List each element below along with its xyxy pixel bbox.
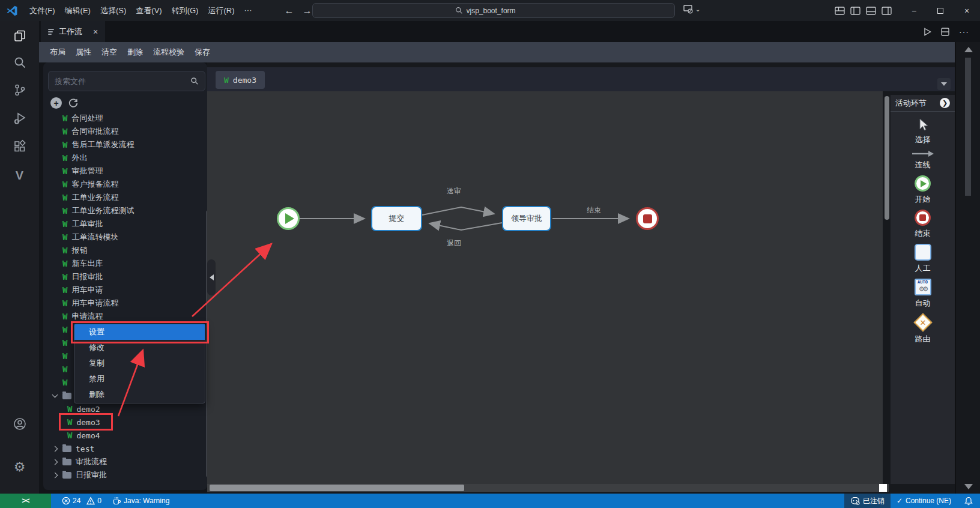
end-node-tool[interactable] [915,210,931,226]
workflow-canvas[interactable]: 提交 领导审批 送审 退回 结束 [207,91,883,484]
toolbar-button[interactable]: 布局 [50,47,65,58]
run-debug-icon[interactable] [0,106,39,131]
toolbar-button[interactable]: 保存 [195,47,210,58]
tree-item[interactable]: W 合同处理 [43,112,207,125]
search-view-icon[interactable] [0,50,39,75]
select-cursor-icon[interactable] [916,118,930,132]
file-search-box[interactable] [48,71,205,91]
command-center-input[interactable] [467,7,533,15]
canvas-vertical-scrollbar[interactable] [885,96,889,220]
toolbar-button[interactable]: 属性 [76,47,91,58]
manual-step-tool[interactable] [915,244,931,261]
scroll-down-icon[interactable] [964,484,973,489]
minimize-button[interactable]: − [901,0,927,21]
scroll-up-icon[interactable] [964,47,973,52]
menu-bar-item[interactable]: 文件(F) [25,3,60,19]
tab-close-icon[interactable]: × [93,27,98,37]
workflow-extension-icon[interactable]: V [0,163,39,188]
tab-workflow[interactable]: 工作流 × [41,21,105,42]
tree-item[interactable]: W 用车申请流程 [43,297,207,310]
tab-demo3[interactable]: W demo3 [216,71,265,89]
tree-item[interactable]: W demo3 [43,416,207,429]
scrollbar-thumb[interactable] [210,485,464,491]
more-actions-icon[interactable]: ··· [959,27,969,37]
menu-bar-item[interactable]: 转到(G) [167,3,204,19]
command-center-search[interactable] [312,3,675,18]
continue-status[interactable]: ✓ Continue (NE) [891,494,957,508]
file-search-input[interactable] [55,77,190,86]
sidebar-collapse-handle[interactable] [207,259,216,295]
source-control-icon[interactable] [0,77,39,103]
tree-item[interactable]: W 外出 [43,151,207,165]
tab-list-dropdown-button[interactable] [937,78,951,90]
tree-item[interactable]: W 报销 [43,244,207,257]
node-submit[interactable]: 提交 [371,206,422,231]
start-node-tool[interactable] [915,175,931,192]
refresh-icon[interactable] [68,98,79,109]
close-window-button[interactable]: × [954,0,980,21]
explorer-icon[interactable] [0,23,39,49]
auto-step-tool[interactable]: AUTO ⚙⚙ [915,279,931,295]
run-preview-icon[interactable] [924,28,931,36]
toolbar-button[interactable]: 流程校验 [153,47,184,58]
context-menu-item-modify[interactable]: 修改 [74,340,205,355]
tree-item[interactable]: W 日报审批 [43,468,207,482]
end-node[interactable] [636,207,659,230]
toolbar-button[interactable]: 删除 [127,47,143,58]
tree-item[interactable]: W 工单业务流程 [43,191,207,204]
context-menu-item-settings[interactable]: 设置 [74,324,205,340]
nav-forward-icon[interactable]: → [302,5,312,16]
start-node[interactable] [277,207,300,230]
tree-item[interactable]: W test [43,442,207,455]
java-status[interactable]: Java: Warning [112,497,169,505]
tree-item[interactable]: W 新车出库 [43,257,207,270]
file-explorer-sidebar: + W 合同处理 W 合同审批流程 [39,62,207,494]
context-menu-item-delete[interactable]: 删除 [74,387,205,402]
split-editor-icon[interactable] [941,28,949,36]
context-menu-item-disable[interactable]: 禁用 [74,371,205,387]
tree-item[interactable]: W demo2 [43,402,207,416]
menu-bar-item[interactable]: 选择(S) [95,3,131,19]
menu-bar-item[interactable]: 查看(V) [131,3,166,19]
customize-layout-icon[interactable] [835,7,845,15]
tree-item[interactable]: W demo4 [43,429,207,442]
tree-item[interactable]: W 工单业务流程测试 [43,204,207,217]
tree-item[interactable]: W 客户报备流程 [43,178,207,191]
route-node-tool[interactable]: ✕ [913,313,932,331]
toggle-sidebar-icon[interactable] [850,7,861,15]
account-icon[interactable] [0,411,39,437]
tree-item[interactable]: W 审批流程 [43,455,207,468]
connect-line-icon[interactable] [911,150,935,157]
toolbar-button[interactable]: 清空 [101,47,117,58]
extensions-icon[interactable] [0,134,39,159]
settings-gear-icon[interactable]: ⚙ [0,455,39,480]
remote-window-indicator[interactable]: ⌄ [682,4,700,14]
scrollbar-corner-handle[interactable] [879,484,887,492]
remote-indicator[interactable]: >< [0,494,51,508]
canvas-horizontal-scrollbar[interactable] [207,484,889,492]
add-workflow-icon[interactable]: + [50,97,62,109]
menu-bar-item[interactable]: 运行(R) [203,3,239,19]
toggle-panel-icon[interactable] [866,7,876,15]
tree-item[interactable]: W 用车申请 [43,283,207,297]
tree-item[interactable]: W 工单审批 [43,217,207,231]
node-approve[interactable]: 领导审批 [502,206,551,231]
tree-item[interactable]: W 售后工单派发流程 [43,138,207,151]
tree-item[interactable]: W 申请流程 [43,310,207,323]
panel-collapse-icon[interactable]: ❯ [940,98,950,108]
tree-item[interactable]: W 日报审批 [43,270,207,283]
menu-bar-item[interactable]: ··· [239,3,256,19]
tree-item[interactable]: W 工单流转模块 [43,231,207,244]
tree-item[interactable]: W 合同审批流程 [43,125,207,138]
toggle-secondary-sidebar-icon[interactable] [882,7,892,15]
maximize-button[interactable] [927,0,954,21]
copilot-signed-out[interactable]: 已注销 [844,494,891,508]
menu-bar-item[interactable]: 编辑(E) [60,3,95,19]
page-scrollbar-thumb[interactable] [965,58,971,196]
page-scrollbar[interactable] [956,42,980,494]
problems-indicator[interactable]: 24 0 [62,497,101,505]
notifications-bell[interactable] [957,494,980,508]
context-menu-item-copy[interactable]: 复制 [74,355,205,371]
nav-back-icon[interactable]: ← [284,5,294,16]
tree-item[interactable]: W 审批管理 [43,165,207,178]
